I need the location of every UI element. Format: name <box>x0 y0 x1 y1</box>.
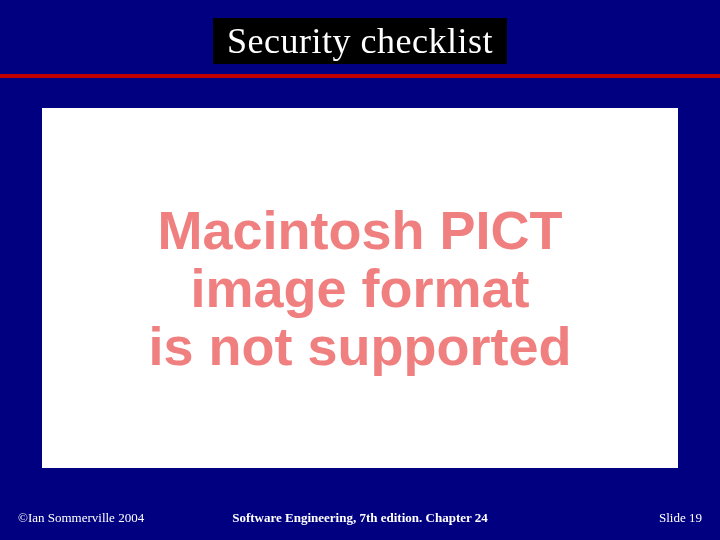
slide: Security checklist Macintosh PICT image … <box>0 0 720 540</box>
footer: ©Ian Sommerville 2004 Software Engineeri… <box>0 506 720 530</box>
content-placeholder: Macintosh PICT image format is not suppo… <box>42 108 678 468</box>
divider-line <box>0 74 720 78</box>
footer-slide-label: Slide <box>659 510 686 525</box>
footer-copyright: ©Ian Sommerville 2004 <box>18 510 144 526</box>
placeholder-line-3: is not supported <box>149 316 572 376</box>
title-area: Security checklist <box>0 0 720 64</box>
slide-title: Security checklist <box>213 18 507 64</box>
footer-slide-number: Slide 19 <box>659 510 702 526</box>
placeholder-message: Macintosh PICT image format is not suppo… <box>149 201 572 376</box>
placeholder-line-1: Macintosh PICT <box>157 200 562 260</box>
placeholder-line-2: image format <box>190 258 529 318</box>
footer-slide-value: 19 <box>689 510 702 525</box>
